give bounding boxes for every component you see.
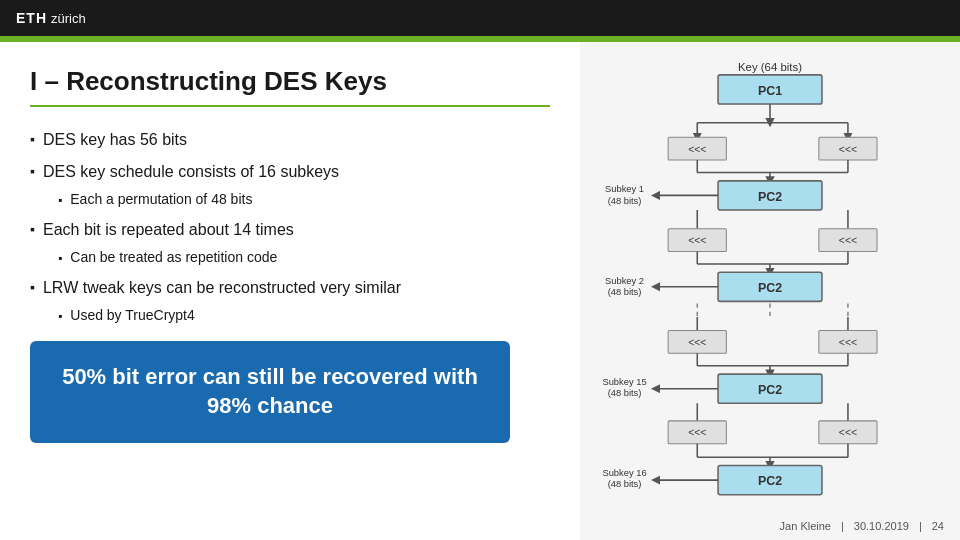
bullet-text-4: LRW tweak keys can be reconstructed very… <box>43 277 401 299</box>
sub-bullet-text-3-1: Can be treated as repetition code <box>70 248 277 268</box>
svg-text:<<<: <<< <box>839 144 857 155</box>
footer-author: Jan Kleine <box>780 520 831 532</box>
highlight-line1: 50% bit error can still be recovered wit… <box>62 364 478 389</box>
bullet-section-4: ▪ LRW tweak keys can be reconstructed ve… <box>30 277 550 325</box>
header-bar: ETH zürich <box>0 0 960 36</box>
svg-text:<<<: <<< <box>688 235 706 246</box>
bullet-marker-4: ▪ <box>30 279 35 295</box>
highlight-box: 50% bit error can still be recovered wit… <box>30 341 510 442</box>
sub-bullet-marker-2-1: ▪ <box>58 193 62 207</box>
main-content: I – Reconstructing DES Keys ▪ DES key ha… <box>0 42 960 540</box>
bullet-main-2: ▪ DES key schedule consists of 16 subkey… <box>30 161 550 183</box>
bullet-main-4: ▪ LRW tweak keys can be reconstructed ve… <box>30 277 550 299</box>
svg-text:Subkey 1: Subkey 1 <box>605 184 644 194</box>
svg-text:(48 bits): (48 bits) <box>608 479 642 489</box>
svg-text:PC2: PC2 <box>758 474 782 488</box>
bullet-marker-1: ▪ <box>30 131 35 147</box>
bullet-section-1: ▪ DES key has 56 bits <box>30 129 550 151</box>
left-panel: I – Reconstructing DES Keys ▪ DES key ha… <box>0 42 580 540</box>
sub-bullet-2-1: ▪ Each a permutation of 48 bits <box>58 190 550 210</box>
svg-text:(48 bits): (48 bits) <box>608 287 642 297</box>
bullet-marker-3: ▪ <box>30 221 35 237</box>
svg-text:Key (64 bits): Key (64 bits) <box>738 61 802 73</box>
svg-text:<<<: <<< <box>688 144 706 155</box>
footer-page: 24 <box>932 520 944 532</box>
slide-title: I – Reconstructing DES Keys <box>30 66 550 107</box>
bullet-main-3: ▪ Each bit is repeated about 14 times <box>30 219 550 241</box>
svg-text:PC2: PC2 <box>758 281 782 295</box>
sub-bullet-3-1: ▪ Can be treated as repetition code <box>58 248 550 268</box>
bullet-marker-2: ▪ <box>30 163 35 179</box>
eth-logo-text: ETH <box>16 10 47 26</box>
svg-text:(48 bits): (48 bits) <box>608 388 642 398</box>
eth-logo-sub: zürich <box>51 11 86 26</box>
footer-divider-1: | <box>841 520 844 532</box>
bullet-text-1: DES key has 56 bits <box>43 129 187 151</box>
footer-divider-2: | <box>919 520 922 532</box>
svg-text:PC2: PC2 <box>758 383 782 397</box>
svg-text:(48 bits): (48 bits) <box>608 196 642 206</box>
sub-bullet-marker-4-1: ▪ <box>58 309 62 323</box>
highlight-line2: 98% chance <box>207 393 333 418</box>
svg-text:Subkey 16: Subkey 16 <box>602 468 646 478</box>
svg-text:PC2: PC2 <box>758 190 782 204</box>
svg-text:Subkey 15: Subkey 15 <box>602 377 646 387</box>
right-panel: Key (64 bits) PC1 <<< <<< <box>580 42 960 540</box>
sub-bullet-text-4-1: Used by TrueCrypt4 <box>70 306 195 326</box>
bullet-section-3: ▪ Each bit is repeated about 14 times ▪ … <box>30 219 550 267</box>
svg-text:<<<: <<< <box>688 427 706 438</box>
svg-text:<<<: <<< <box>839 235 857 246</box>
bullet-section-2: ▪ DES key schedule consists of 16 subkey… <box>30 161 550 209</box>
svg-text:PC1: PC1 <box>758 84 782 98</box>
sub-bullet-text-2-1: Each a permutation of 48 bits <box>70 190 252 210</box>
svg-text:<<<: <<< <box>839 337 857 348</box>
eth-logo: ETH zürich <box>16 10 86 26</box>
sub-bullet-marker-3-1: ▪ <box>58 251 62 265</box>
highlight-box-text: 50% bit error can still be recovered wit… <box>60 363 480 420</box>
bullet-main-1: ▪ DES key has 56 bits <box>30 129 550 151</box>
svg-text:<<<: <<< <box>839 427 857 438</box>
des-key-diagram: Key (64 bits) PC1 <<< <<< <box>590 52 950 530</box>
svg-text:<<<: <<< <box>688 337 706 348</box>
svg-text:Subkey 2: Subkey 2 <box>605 276 644 286</box>
bullet-text-2: DES key schedule consists of 16 subkeys <box>43 161 339 183</box>
footer: Jan Kleine | 30.10.2019 | 24 <box>780 520 944 532</box>
footer-date: 30.10.2019 <box>854 520 909 532</box>
sub-bullet-4-1: ▪ Used by TrueCrypt4 <box>58 306 550 326</box>
bullet-text-3: Each bit is repeated about 14 times <box>43 219 294 241</box>
